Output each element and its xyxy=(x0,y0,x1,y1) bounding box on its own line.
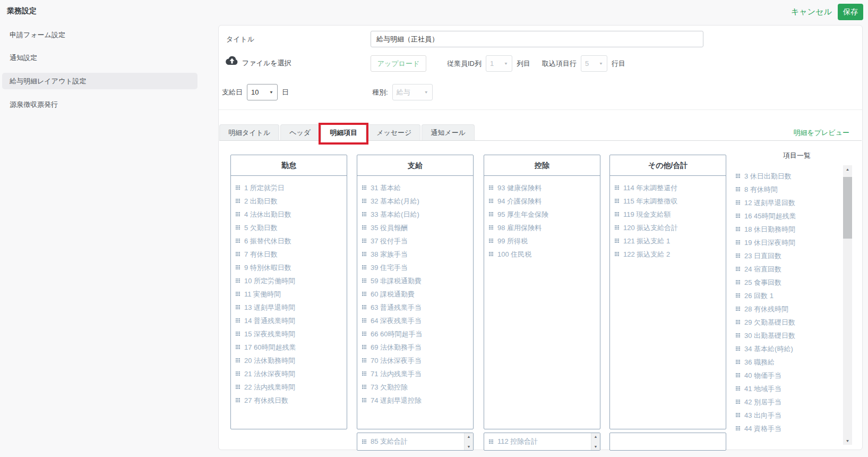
save-button[interactable]: 保存 xyxy=(838,4,863,20)
draggable-item[interactable]: 121 振込支給 1 xyxy=(615,234,723,248)
item-label: 99 所得税 xyxy=(497,236,528,246)
draggable-item[interactable]: 43 出向手当 xyxy=(736,409,858,422)
draggable-item[interactable]: 34 基本給(時給) xyxy=(736,342,858,356)
item-label: 2 出勤日数 xyxy=(244,197,278,206)
draggable-item[interactable]: 13 遅刻早退時間 xyxy=(236,301,343,314)
draggable-item[interactable]: 19 休日深夜時間 xyxy=(736,236,858,249)
tab[interactable]: ヘッダ xyxy=(280,124,320,140)
draggable-item[interactable]: 26 回数 1 xyxy=(736,289,858,302)
draggable-item[interactable]: 8 有休時間 xyxy=(736,183,858,196)
draggable-item[interactable]: 99 所得税 xyxy=(489,234,597,248)
draggable-item[interactable]: 114 年末調整還付 xyxy=(615,181,723,194)
draggable-item[interactable]: 23 日直回数 xyxy=(736,249,858,263)
scroll-down-icon[interactable]: ▼ xyxy=(843,438,852,444)
draggable-item[interactable]: 28 有休残時間 xyxy=(736,302,858,316)
draggable-item[interactable]: 70 法休深夜手当 xyxy=(362,354,470,367)
draggable-item[interactable]: 11 実働時間 xyxy=(236,287,343,301)
draggable-item[interactable]: 7 有休日数 xyxy=(236,248,343,261)
draggable-item[interactable]: 22 法内残業時間 xyxy=(236,380,343,394)
drag-handle-icon xyxy=(736,227,741,232)
draggable-item[interactable]: 100 住民税 xyxy=(489,248,597,261)
draggable-item[interactable]: 64 深夜残業手当 xyxy=(362,314,470,327)
draggable-item[interactable]: 41 地域手当 xyxy=(736,382,858,395)
payday-select[interactable]: 10 ▼ xyxy=(247,84,278,100)
preview-link[interactable]: 明細をプレビュー xyxy=(793,128,849,138)
draggable-item[interactable]: 32 基本給(月給) xyxy=(362,194,470,208)
draggable-item[interactable]: 29 欠勤基礎日数 xyxy=(736,316,858,329)
draggable-item[interactable]: 9 特別休暇日数 xyxy=(236,261,343,274)
draggable-item[interactable]: 66 60時間超手当 xyxy=(362,327,470,341)
type-label: 種別: xyxy=(372,88,388,97)
draggable-item[interactable]: 40 物価手当 xyxy=(736,369,858,382)
tab-active[interactable]: 明細項目 xyxy=(321,124,366,141)
draggable-item[interactable]: 3 休日出勤日数 xyxy=(736,170,858,183)
tab[interactable]: 明細タイトル xyxy=(219,124,279,140)
draggable-item[interactable]: 36 職務給 xyxy=(736,356,858,369)
scrollbar-thumb[interactable] xyxy=(843,177,852,239)
draggable-item[interactable]: 63 普通残業手当 xyxy=(362,301,470,314)
draggable-item[interactable]: 35 役員報酬 xyxy=(362,221,470,234)
draggable-item[interactable]: 38 家族手当 xyxy=(362,248,470,261)
draggable-item[interactable]: 69 法休勤務手当 xyxy=(362,341,470,354)
draggable-item[interactable]: 25 食事回数 xyxy=(736,276,858,289)
palette-scrollbar[interactable]: ▲ ▼ xyxy=(843,165,852,445)
draggable-item[interactable]: 95 厚生年金保険 xyxy=(489,208,597,221)
draggable-item[interactable]: 17 60時間超残業 xyxy=(236,341,343,354)
scroll-up-icon[interactable]: ▲ xyxy=(594,435,598,438)
draggable-item[interactable]: 15 深夜残業時間 xyxy=(236,327,343,341)
sidebar-item[interactable]: 給与明細レイアウト設定 xyxy=(2,73,197,89)
import-settings-group: 従業員ID列 1 ▼ 列目 取込項目行 5 ▼ 行目 xyxy=(447,55,625,72)
sidebar-item[interactable]: 申請フォーム設定 xyxy=(2,27,197,43)
scroll-down-icon[interactable]: ▼ xyxy=(594,445,598,448)
draggable-item[interactable]: 6 振替代休日数 xyxy=(236,234,343,248)
draggable-item[interactable]: 122 振込支給 2 xyxy=(615,248,723,261)
draggable-item[interactable]: 2 出勤日数 xyxy=(236,194,343,208)
draggable-item[interactable]: 27 有休残日数 xyxy=(236,394,343,407)
draggable-item[interactable]: 10 所定労働時間 xyxy=(236,274,343,287)
cancel-button[interactable]: キャンセル xyxy=(791,7,832,17)
tab[interactable]: 通知メール xyxy=(422,124,475,140)
footer-scrollbar[interactable]: ▲▼ xyxy=(464,433,473,450)
draggable-item[interactable]: 37 役付手当 xyxy=(362,234,470,248)
sidebar-item[interactable]: 源泉徴収票発行 xyxy=(2,96,197,113)
draggable-item[interactable]: 30 出勤基礎日数 xyxy=(736,329,858,342)
draggable-item[interactable]: 85 支給合計 xyxy=(362,435,408,448)
draggable-item[interactable]: 98 雇用保険料 xyxy=(489,221,597,234)
draggable-item[interactable]: 93 健康保険料 xyxy=(489,181,597,194)
scroll-up-icon[interactable]: ▲ xyxy=(843,166,852,173)
file-select-label[interactable]: ファイルを選択 xyxy=(242,58,291,68)
draggable-item[interactable]: 5 欠勤日数 xyxy=(236,221,343,234)
draggable-item[interactable]: 18 休日勤務時間 xyxy=(736,223,858,236)
scroll-down-icon[interactable]: ▼ xyxy=(467,445,471,448)
draggable-item[interactable]: 24 宿直回数 xyxy=(736,263,858,276)
scroll-up-icon[interactable]: ▲ xyxy=(467,435,471,438)
draggable-item[interactable]: 14 普通残業時間 xyxy=(236,314,343,327)
draggable-item[interactable]: 112 控除合計 xyxy=(489,435,538,448)
draggable-item[interactable]: 74 遅刻早退控除 xyxy=(362,394,470,407)
draggable-item[interactable]: 39 住宅手当 xyxy=(362,261,470,274)
draggable-item[interactable]: 60 課税通勤費 xyxy=(362,287,470,301)
draggable-item[interactable]: 16 45時間超残業 xyxy=(736,209,858,223)
draggable-item[interactable]: 12 遅刻早退回数 xyxy=(736,196,858,209)
tab[interactable]: メッセージ xyxy=(367,124,420,140)
employee-id-value: 1 xyxy=(490,60,494,67)
draggable-item[interactable]: 71 法内残業手当 xyxy=(362,367,470,380)
sidebar-item[interactable]: 通知設定 xyxy=(2,49,197,66)
draggable-item[interactable]: 120 振込支給合計 xyxy=(615,221,723,234)
title-input[interactable] xyxy=(371,31,703,47)
draggable-item[interactable]: 44 資格手当 xyxy=(736,422,858,435)
draggable-item[interactable]: 115 年末調整徴収 xyxy=(615,194,723,208)
footer-scrollbar[interactable]: ▲▼ xyxy=(591,433,600,450)
draggable-item[interactable]: 94 介護保険料 xyxy=(489,194,597,208)
draggable-item[interactable]: 4 法休出勤日数 xyxy=(236,208,343,221)
draggable-item[interactable]: 31 基本給 xyxy=(362,181,470,194)
draggable-item[interactable]: 33 基本給(日給) xyxy=(362,208,470,221)
draggable-item[interactable]: 73 欠勤控除 xyxy=(362,380,470,394)
upload-button[interactable]: アップロード xyxy=(371,55,426,72)
draggable-item[interactable]: 119 現金支給額 xyxy=(615,208,723,221)
draggable-item[interactable]: 20 法休勤務時間 xyxy=(236,354,343,367)
draggable-item[interactable]: 21 法休深夜時間 xyxy=(236,367,343,380)
draggable-item[interactable]: 59 非課税通勤費 xyxy=(362,274,470,287)
draggable-item[interactable]: 1 所定就労日 xyxy=(236,181,343,194)
draggable-item[interactable]: 42 別居手当 xyxy=(736,395,858,409)
